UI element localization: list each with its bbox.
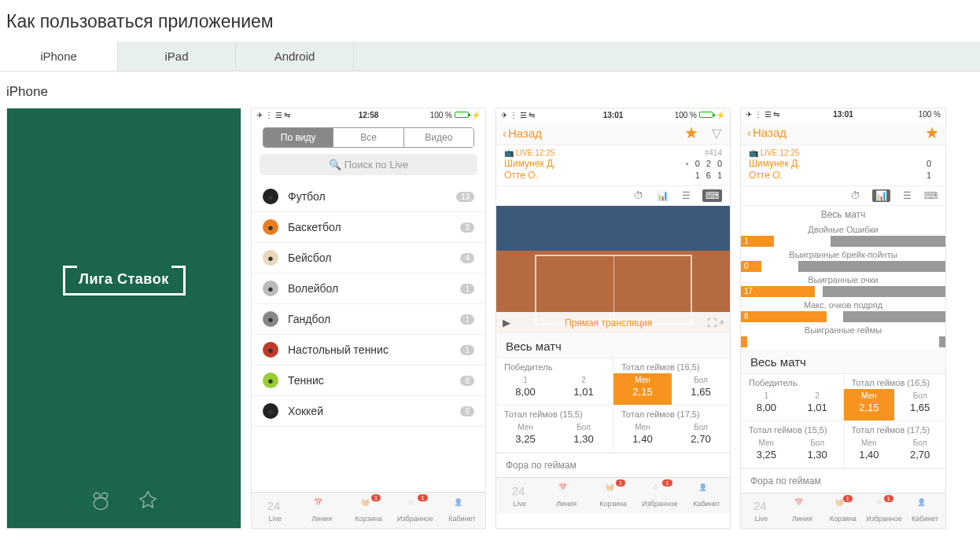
list-icon[interactable]: ☰ [900, 189, 914, 202]
section-title: Весь матч [741, 349, 945, 374]
tabbar-label: Линия [792, 515, 812, 523]
battery-text: 100 % [430, 111, 452, 119]
stats-icon[interactable]: 📊 [655, 189, 669, 202]
video-player[interactable]: ▶ Прямая трансляция ⛶ ↗ [496, 206, 730, 333]
play-icon[interactable]: ▶ [503, 317, 510, 329]
tabbar-корзина[interactable]: 🧺 Корзина 1 [345, 493, 392, 528]
search-placeholder: Поиск по Live [344, 159, 408, 171]
tabbar-кабинет[interactable]: 👤 Кабинет [439, 493, 485, 528]
stat-bar-left [741, 336, 747, 347]
sport-count: 3 [460, 222, 474, 233]
tabbar-корзина[interactable]: 🧺 Корзина 1 [590, 478, 636, 513]
segment-control: По виду Все Видео [263, 127, 474, 148]
stat-bar-right [831, 236, 945, 247]
sport-row[interactable]: ● Гандбол 1 [252, 304, 485, 335]
odd-t155-under[interactable]: Мен3,25 [496, 420, 554, 452]
filter-icon[interactable]: ▽ [709, 126, 724, 140]
market-handicap[interactable]: Фора по геймам [496, 453, 730, 477]
tabbar-избранное[interactable]: ☆ Избранное 1 [864, 494, 904, 528]
market-handicap[interactable]: Фора по геймам [741, 468, 945, 493]
tab-iphone[interactable]: iPhone [0, 42, 118, 71]
sport-count: 1 [460, 314, 474, 325]
battery-icon [455, 112, 469, 118]
odd-winner-2[interactable]: 21,01 [554, 373, 613, 405]
stat-bar-right [843, 311, 945, 322]
tabbar-избранное[interactable]: ☆ Избранное 1 [636, 478, 683, 513]
odd-t175-under[interactable]: Мен1,40 [844, 436, 895, 468]
odd-winner-1[interactable]: 18,00 [496, 373, 554, 405]
tabbar-badge: 1 [884, 495, 893, 502]
sport-row[interactable]: ● Хоккей 6 [252, 396, 485, 427]
tabbar-live[interactable]: 24 Live [741, 494, 782, 528]
seg-video[interactable]: Видео [403, 128, 473, 147]
tabbar-линия[interactable]: 📅 Линия [543, 478, 589, 513]
tabbar-линия[interactable]: 📅 Линия [298, 493, 344, 528]
sport-row[interactable]: ● Настольный теннис 1 [252, 335, 485, 365]
seg-by-type[interactable]: По виду [263, 128, 333, 147]
sport-row[interactable]: ● Баскетбол 3 [252, 212, 485, 243]
keyboard-icon[interactable]: ⌨ [702, 189, 722, 202]
sport-row[interactable]: ● Теннис 8 [252, 365, 485, 396]
stat-bar-left: 17 [741, 286, 815, 297]
tabbar-линия[interactable]: 📅 Линия [782, 494, 823, 528]
timer-icon[interactable]: ⏱ [849, 189, 863, 202]
expand-icon[interactable]: ⛶ ↗ [707, 318, 724, 329]
odd-t175-under[interactable]: Мен1,40 [613, 420, 672, 452]
odd-t165-under[interactable]: Мен2,15 [844, 389, 895, 420]
tabbar-live[interactable]: 24 Live [496, 478, 543, 513]
tabbar-icon: 📅 [314, 498, 330, 514]
search-input[interactable]: 🔍 Поиск по Live [260, 154, 477, 175]
tab-ipad[interactable]: iPad [118, 42, 236, 71]
back-button[interactable]: ‹Назад [503, 127, 542, 140]
tabbar-label: Кабинет [693, 500, 720, 508]
sport-count: 6 [460, 406, 474, 417]
tabbar-label: Линия [311, 515, 332, 523]
tabbar-badge: 1 [371, 494, 381, 501]
tabbar-корзина[interactable]: 🧺 Корзина 1 [823, 494, 864, 528]
battery-text: 100 % [675, 111, 697, 119]
match-id: #414 [705, 149, 722, 157]
odd-t165-under[interactable]: Мен2,15 [613, 373, 672, 405]
seg-all[interactable]: Все [333, 128, 403, 147]
stats-title: Весь матч [741, 206, 945, 223]
tabbar-badge: 1 [662, 479, 672, 486]
odd-winner-1[interactable]: 18,00 [741, 389, 792, 420]
tab-android[interactable]: Android [236, 42, 354, 71]
tabbar-label: Корзина [355, 515, 381, 523]
back-button[interactable]: ‹Назад [747, 126, 787, 139]
odd-winner-2[interactable]: 21,01 [792, 389, 843, 420]
odd-t155-over[interactable]: Бол1,30 [554, 420, 613, 452]
sport-row[interactable]: ● Футбол 13 [252, 182, 485, 212]
market-total155: Тотал геймов (15,5) [741, 421, 843, 436]
odd-t175-over[interactable]: Бол2,70 [672, 420, 730, 452]
star-icon[interactable]: ★ [684, 126, 698, 140]
market-total175: Тотал геймов (17,5) [613, 406, 730, 420]
timer-icon[interactable]: ⏱ [632, 189, 646, 202]
sport-row[interactable]: ● Волейбол 1 [252, 274, 485, 304]
sport-icon: ● [263, 342, 278, 358]
keyboard-icon[interactable]: ⌨ [923, 189, 938, 202]
player2-name: Отте О. [504, 170, 538, 181]
tabbar-избранное[interactable]: ☆ Избранное 1 [392, 493, 438, 528]
sport-count: 8 [460, 376, 474, 386]
odd-t175-over[interactable]: Бол2,70 [894, 436, 945, 468]
odd-t165-over[interactable]: Бол1,65 [894, 389, 945, 420]
list-icon[interactable]: ☰ [679, 189, 693, 202]
match-toolbar: ⏱ 📊 ☰ ⌨ [741, 186, 945, 206]
sport-list: ● Футбол 13● Баскетбол 3● Бейсбол 4● Вол… [252, 182, 485, 492]
star-icon[interactable]: ★ [925, 126, 939, 140]
tabbar-badge: 1 [843, 495, 853, 502]
splash-footer-icons [89, 489, 160, 512]
app-logo: Лига Ставок [63, 266, 186, 296]
tabbar-label: Линия [556, 500, 577, 508]
odd-t165-over[interactable]: Бол1,65 [672, 373, 730, 405]
tabbar-кабинет[interactable]: 👤 Кабинет [683, 478, 730, 513]
tabbar-live[interactable]: 24 Live [252, 493, 298, 528]
sport-count: 1 [460, 345, 474, 355]
odd-t155-over[interactable]: Бол1,30 [792, 436, 843, 468]
tabbar-кабинет[interactable]: 👤 Кабинет [904, 494, 945, 528]
stats-icon[interactable]: 📊 [872, 189, 890, 202]
stat-row: Выигранные геймы [741, 324, 945, 349]
odd-t155-under[interactable]: Мен3,25 [741, 436, 792, 468]
sport-row[interactable]: ● Бейсбол 4 [252, 243, 485, 274]
